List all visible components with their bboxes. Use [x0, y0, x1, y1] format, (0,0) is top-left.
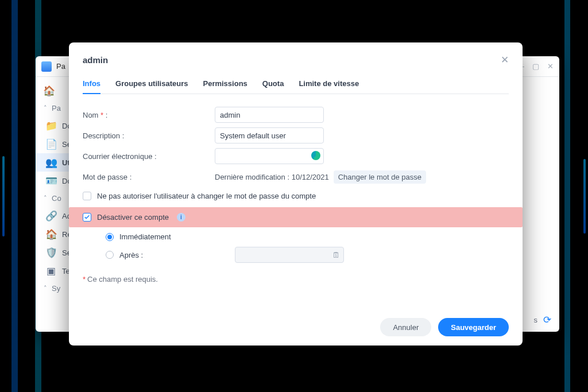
checkbox-icon [83, 192, 91, 200]
info-icon[interactable]: i [177, 213, 185, 222]
sidebar-group-label: Sy [52, 284, 60, 293]
password-label: Mot de passe : [83, 173, 215, 181]
chevron-up-icon: ˄ [44, 285, 47, 292]
name-label: Nom [83, 111, 98, 119]
app-icon [41, 61, 52, 72]
sidebar-group-label: Pa [52, 104, 61, 112]
form-body: Nom * : Description : Courrier électroni… [83, 94, 509, 312]
radio-selected-icon [106, 233, 114, 241]
required-asterisk: * [100, 111, 106, 119]
checkbox-label: Désactiver ce compte [97, 213, 169, 222]
description-input[interactable] [215, 127, 324, 143]
dialog-tabs: Infos Groupes utilisateurs Permissions Q… [83, 75, 509, 94]
desc-label: Description : [83, 131, 215, 140]
checkbox-disable-account[interactable]: Désactiver ce compte i [83, 209, 509, 225]
disable-timing-radios: Immédiatement Après : 🗓 [83, 230, 509, 266]
cancel-button[interactable]: Annuler [380, 318, 431, 336]
checkbox-checked-icon [83, 213, 91, 222]
sidebar-group-label: Co [52, 194, 61, 203]
radio-after[interactable]: Après : 🗓 [106, 244, 509, 266]
chevron-up-icon: ˄ [44, 195, 47, 202]
calendar-icon: 🗓 [332, 251, 340, 259]
folder-icon: 📁 [46, 121, 56, 131]
date-input[interactable]: 🗓 [235, 247, 344, 263]
shield-icon: 🛡️ [46, 247, 56, 258]
radio-unselected-icon [106, 251, 114, 259]
file-icon: 📄 [46, 139, 56, 149]
refresh-icon[interactable]: ⟳ [543, 314, 551, 326]
users-icon: 👥 [46, 157, 56, 168]
required-note: *Ce champ est requis. [83, 275, 509, 284]
password-lastmod: Dernière modification : 10/12/2021 [215, 173, 329, 181]
tab-permissions[interactable]: Permissions [203, 75, 247, 94]
email-label: Courrier électronique : [83, 152, 215, 161]
tab-quota[interactable]: Quota [262, 75, 284, 94]
checkbox-no-pass-change[interactable]: Ne pas autoriser l'utilisateur à changer… [83, 188, 509, 204]
maximize-icon[interactable]: ▢ [532, 62, 539, 71]
email-provider-icon [311, 151, 320, 160]
tab-groups[interactable]: Groupes utilisateurs [115, 75, 188, 94]
footer-text: s [534, 316, 538, 324]
save-button[interactable]: Sauvegarder [438, 318, 509, 336]
network-icon: 🏠 [46, 229, 56, 239]
change-password-link[interactable]: Changer le mot de passe [334, 170, 426, 184]
window-title: Pa [56, 62, 65, 71]
close-icon[interactable]: ✕ [501, 54, 509, 66]
tab-infos[interactable]: Infos [83, 75, 100, 94]
radio-label: Immédiatement [119, 232, 171, 241]
name-input[interactable] [215, 107, 324, 123]
tab-speedlimit[interactable]: Limite de vitesse [299, 75, 359, 94]
domain-icon: 🪪 [46, 176, 56, 186]
link-icon: 🔗 [46, 211, 56, 221]
close-icon[interactable]: ✕ [547, 62, 554, 71]
radio-label: Après : [119, 251, 143, 259]
chevron-up-icon: ˄ [44, 104, 47, 112]
edit-user-dialog: admin ✕ Infos Groupes utilisateurs Permi… [69, 42, 523, 346]
checkbox-label: Ne pas autoriser l'utilisateur à changer… [97, 192, 316, 200]
home-icon: 🏠 [44, 86, 54, 96]
radio-immediate[interactable]: Immédiatement [106, 230, 509, 244]
terminal-icon: ▣ [46, 266, 56, 276]
dialog-title: admin [83, 55, 108, 65]
email-input[interactable] [215, 148, 324, 164]
